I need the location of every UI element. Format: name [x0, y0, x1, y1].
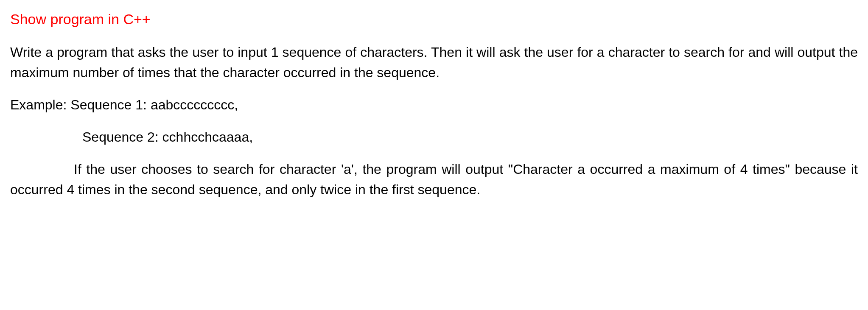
document-title: Show program in C++ [10, 8, 858, 30]
example-sequence-2: Sequence 2: cchhcchcaaaa, [10, 127, 858, 147]
example-sequence-1: Example: Sequence 1: aabccccccccc, [10, 95, 858, 115]
example-explanation: If the user chooses to search for charac… [10, 159, 858, 200]
explanation-line1: If the user chooses to search for charac… [74, 162, 655, 177]
problem-description: Write a program that asks the user to in… [10, 42, 858, 83]
